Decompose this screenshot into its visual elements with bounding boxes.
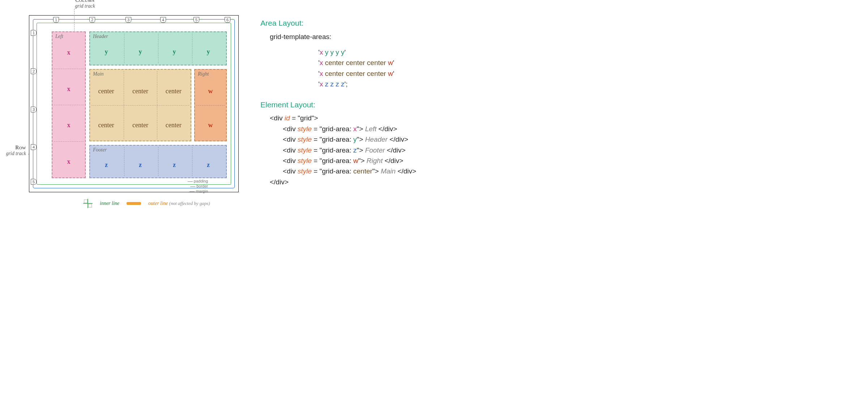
cell-x: x	[67, 85, 71, 93]
area-left-tag: Left	[55, 34, 63, 39]
border-label: border	[196, 184, 208, 188]
cell-z: z	[173, 161, 176, 168]
diagram-legend: inner line outer line (not affected by g…	[83, 199, 239, 208]
inner-line-label: inner line	[100, 201, 119, 206]
col-line-4: 4	[160, 17, 166, 23]
row-line-1: 1	[31, 30, 37, 36]
area-right-tag: Right	[198, 71, 209, 77]
cell-x: x	[67, 158, 71, 165]
template-rows: 'x y y y y''x center center center w''x …	[318, 47, 448, 90]
explanation-panel: Area Layout: grid-template-areas: 'x y y…	[260, 7, 448, 187]
cell-z: z	[207, 161, 210, 168]
cell-y: y	[207, 48, 210, 56]
element-layout-heading: Element Layout:	[260, 99, 448, 111]
inner-line-icon	[83, 199, 93, 208]
row-line-5: 5	[31, 179, 37, 185]
code-block: <div id = "grid"> <div style = "grid-are…	[270, 113, 448, 187]
row-sublabel: grid track	[0, 151, 26, 156]
cell-center: center	[98, 87, 114, 95]
outer-line-label: outer line	[148, 201, 168, 206]
area-footer: Footer z z z z	[89, 145, 227, 178]
row-label: Row	[0, 145, 26, 151]
padding-label: padding	[194, 179, 208, 183]
area-right: Right w w	[194, 69, 227, 141]
col-line-5: 5	[193, 17, 199, 23]
column-sublabel: grid track	[63, 3, 107, 9]
cell-w: w	[208, 87, 213, 95]
area-main: Main center center center center center …	[89, 69, 191, 141]
cell-center: center	[98, 121, 114, 129]
cell-w: w	[208, 121, 213, 129]
area-header: Header y y y y	[89, 31, 227, 65]
cell-x: x	[67, 49, 71, 56]
row-line-4: 4	[31, 144, 37, 150]
cell-center: center	[166, 87, 182, 95]
col-line-6: 6	[225, 17, 230, 23]
cell-center: center	[166, 121, 182, 129]
area-header-tag: Header	[93, 34, 108, 39]
col-line-3: 3	[125, 17, 131, 23]
cell-z: z	[105, 161, 108, 168]
col-line-2: 2	[89, 17, 95, 23]
cell-y: y	[173, 48, 176, 56]
row-line-2: 2	[31, 68, 37, 74]
area-footer-tag: Footer	[93, 147, 107, 153]
grid-diagram: Column grid track Row grid track 1 2 3 4…	[14, 7, 239, 208]
outer-line-note: (not affected by gaps)	[169, 201, 210, 206]
col-line-1: 1	[53, 17, 59, 23]
cell-y: y	[139, 48, 142, 56]
cell-y: y	[105, 48, 108, 56]
row-line-3: 3	[31, 107, 37, 112]
cell-z: z	[139, 161, 142, 168]
area-left: Left x x x x	[52, 31, 86, 178]
cell-x: x	[67, 121, 71, 129]
area-layout-heading: Area Layout:	[260, 17, 448, 29]
margin-label: margin	[196, 189, 208, 193]
cell-center: center	[132, 87, 148, 95]
column-label: Column	[63, 0, 107, 3]
cell-center: center	[132, 121, 148, 129]
area-main-tag: Main	[93, 71, 104, 77]
outer-line-icon	[127, 202, 141, 205]
gta-property: grid-template-areas:	[270, 31, 448, 42]
